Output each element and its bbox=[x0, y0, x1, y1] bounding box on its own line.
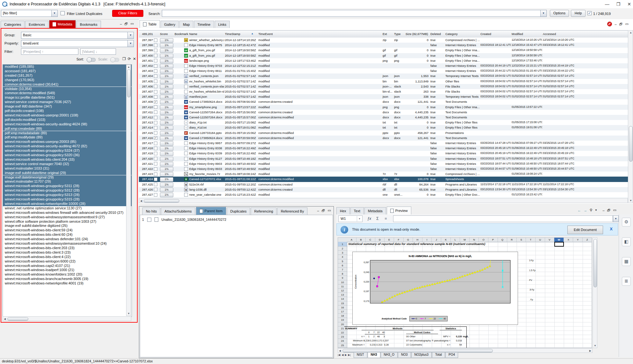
sheet-tab-nh3-o[interactable]: NH3_O bbox=[381, 353, 398, 358]
metadata-value-item[interactable]: winevt:microsoft-windows-branchcachesmb:… bbox=[3, 277, 132, 281]
table-row[interactable]: 287,4041%{}verified_contents.json2015-01… bbox=[139, 74, 628, 79]
panel-detach-icon[interactable]: 🗗 bbox=[619, 22, 623, 26]
metadata-value-item[interactable]: pdf:xmp:modifydate (89) bbox=[3, 135, 132, 140]
metadata-value-item[interactable]: winevt:service control manager:7036 (427… bbox=[3, 100, 132, 104]
metadata-value-item[interactable]: image:exif:datetimeoriginal (29) bbox=[3, 175, 132, 180]
metadata-value-item[interactable]: common:dcterms:created (30,641) bbox=[3, 82, 132, 87]
metadata-value-item[interactable]: winevt:microsoft-windows-security-auditi… bbox=[3, 122, 132, 127]
row-checkbox[interactable] bbox=[154, 157, 157, 160]
sheet-nav-2[interactable]: ▶ bbox=[345, 354, 347, 356]
metadata-value-item[interactable]: winevt:microsoft-windows-loadperf:1000 (… bbox=[3, 268, 132, 272]
row-checkbox[interactable] bbox=[154, 54, 157, 57]
table-row[interactable]: 287,4061%verified_contents.json-slack201… bbox=[139, 84, 628, 89]
table-row[interactable]: 287,4271%new_year_calendar.one2015-01-12… bbox=[139, 192, 628, 197]
metadata-value-item[interactable]: winevt:microsoft-windows-userpnp:20003 (… bbox=[3, 140, 132, 144]
sheet-column-c[interactable]: C bbox=[366, 238, 375, 242]
column-row-count[interactable]: 489,201 bbox=[140, 32, 153, 36]
metadata-value-item[interactable]: winevt:microsoft-windows-bits-client:203… bbox=[3, 246, 132, 250]
metadata-value-item[interactable]: winevt:microsoft-windows-networkprofile:… bbox=[3, 202, 132, 206]
metadata-value-item[interactable]: winevt:msiinstaller:11707 (29) bbox=[3, 179, 132, 184]
metadata-value-item[interactable]: pdf:xmp:metadatadate (89) bbox=[3, 131, 132, 136]
chevron-down-icon[interactable]: ▼ bbox=[595, 209, 597, 212]
sheet-row-10[interactable]: 10 bbox=[338, 280, 347, 284]
sheet-tab-nh3[interactable]: NH3 bbox=[368, 353, 380, 358]
sheet-row-16[interactable]: 16 bbox=[338, 305, 347, 310]
metadata-value-item[interactable]: winevt:.net runtime optimization service… bbox=[3, 206, 132, 211]
row-checkbox[interactable] bbox=[154, 147, 157, 150]
sheet-row-9[interactable]: 9 bbox=[338, 276, 347, 280]
row-checkbox[interactable] bbox=[154, 167, 157, 171]
scale-toggle[interactable] bbox=[110, 58, 119, 62]
metadata-value-item[interactable]: winevt:microsoft-windows-networkprofile:… bbox=[3, 281, 132, 286]
sheet-column-s[interactable]: S bbox=[517, 238, 526, 242]
sheet-column-x[interactable]: X bbox=[564, 238, 573, 242]
maximize-button[interactable]: ❐ bbox=[616, 2, 621, 7]
table-row[interactable]: 287,4101%PNGmy_smartphone.png2015-01-05T… bbox=[139, 105, 628, 110]
metadata-value-item[interactable]: winevt:microsoft-windows-grouppolicy:531… bbox=[3, 188, 132, 193]
row-checkbox[interactable] bbox=[154, 38, 157, 42]
column-timestamp[interactable]: TimeStamp bbox=[225, 32, 240, 36]
metadata-value-item[interactable]: winevt:microsoft-windows-userpnp:20001 (… bbox=[3, 113, 132, 118]
sheet-tab-no2plus3[interactable]: NO2plus3 bbox=[411, 353, 432, 358]
table-row[interactable]: 287,4051%01ev_hashes_whitelist.bin2015-0… bbox=[139, 79, 628, 84]
panel-maximize-icon[interactable]: ▭ bbox=[625, 22, 629, 26]
sheet-nav-1[interactable]: ◀ bbox=[342, 354, 343, 356]
search-input[interactable]: ▼ bbox=[162, 10, 547, 17]
table-row[interactable]: 287,4171%Edge History Entry 99572015-01-… bbox=[139, 141, 628, 146]
column-ext[interactable]: Ext bbox=[383, 32, 387, 36]
help-button[interactable]: Help bbox=[571, 10, 586, 17]
table-row[interactable]: 287,4021%Edge History Entry 97032014-12-… bbox=[139, 63, 628, 68]
parent-item-row[interactable]: 1 Unalloc_211630_106061824_14444470272 bbox=[142, 217, 226, 222]
sort-toggle[interactable] bbox=[87, 58, 96, 62]
sheet-column-e[interactable]: E bbox=[385, 238, 394, 242]
sheet-column-z[interactable]: Z bbox=[583, 238, 592, 242]
row-checkbox[interactable] bbox=[154, 193, 157, 197]
sheet-column-b[interactable]: B bbox=[356, 238, 366, 242]
table-row[interactable]: 287,4011%PNGlandscape.png2014-12-19T17:5… bbox=[139, 58, 628, 63]
prev-hit-icon[interactable]: ← bbox=[578, 208, 581, 212]
row-checkbox[interactable] bbox=[154, 80, 157, 83]
sheet-vscrollbar[interactable]: ▼ bbox=[593, 237, 597, 348]
sheet-row-13[interactable]: 13 bbox=[338, 293, 347, 297]
sheet-row-5[interactable]: 5 bbox=[338, 259, 347, 263]
panel-detach-icon[interactable]: 🗗 bbox=[125, 22, 128, 26]
metadata-value-item[interactable]: created (181,357) bbox=[3, 74, 132, 78]
tab-hex[interactable]: Hex bbox=[336, 207, 350, 214]
column-category[interactable]: Category bbox=[445, 32, 458, 36]
spreadsheet-preview[interactable]: ABCDEFGHIJKLMNOPQRSTUVWXYZ 1234567891011… bbox=[338, 237, 592, 348]
row-checkbox[interactable] bbox=[154, 74, 157, 78]
cell-reference-box[interactable]: W1▼ bbox=[338, 215, 363, 222]
sheet-column-n[interactable]: N bbox=[470, 238, 479, 242]
parent-item-checkbox[interactable] bbox=[147, 218, 151, 222]
table-row[interactable]: 287,3981%Edge History Entry 98752014-12-… bbox=[139, 43, 628, 48]
table-row[interactable]: 287,4111%WCarved-122507264.docx2015-01-0… bbox=[139, 110, 628, 115]
metadata-value-item[interactable]: winevt:microsoft-windows-capi2:4107 (21) bbox=[3, 264, 132, 268]
sheet-row-6[interactable]: 6 bbox=[338, 263, 347, 268]
metadata-value-item[interactable]: visitdate (10,354) bbox=[3, 87, 132, 91]
tab-parent-item[interactable]: Parent Item bbox=[196, 207, 226, 215]
sheet-row-12[interactable]: 12 bbox=[338, 289, 347, 293]
tab-evidences[interactable]: Evidences bbox=[25, 21, 48, 28]
table-row[interactable]: 287,4131%≡diary_#1p.txt2015-01-05T17:15:… bbox=[139, 120, 628, 125]
table-row[interactable]: 287,4201%Edge History Entry 91272015-01-… bbox=[139, 156, 628, 161]
metadata-value-item[interactable]: winevt:microsoft-windows-grouppolicy:531… bbox=[3, 184, 132, 188]
tab-text[interactable]: Text bbox=[350, 207, 364, 214]
metadata-value-item[interactable]: modified (189,085) bbox=[3, 65, 132, 69]
row-checkbox[interactable] bbox=[154, 105, 157, 109]
sheet-column-g[interactable]: G bbox=[404, 238, 413, 242]
sheet-column-p[interactable]: P bbox=[488, 238, 498, 242]
row-checkbox[interactable] bbox=[154, 121, 157, 124]
table-row[interactable]: 287,4141%≡diary_#1d.txt2015-01-05T19:01:… bbox=[139, 125, 628, 130]
table-row[interactable]: 287,3971%ZIPwinter_whether_advisory.zip2… bbox=[139, 38, 628, 43]
table-row[interactable]: 287,4221%Edge History Entry 89332015-01-… bbox=[139, 166, 628, 172]
row-checkbox[interactable] bbox=[154, 69, 157, 73]
table-row[interactable]: 287,3991%GIFa_gift_from_you.gif2014-12-1… bbox=[139, 48, 628, 53]
table-row[interactable]: 287,4081%{}manifest.json2015-01-02T02:57… bbox=[139, 94, 628, 99]
row-checkbox[interactable] bbox=[154, 49, 157, 52]
sheet-row-8[interactable]: 8 bbox=[338, 272, 347, 276]
metadata-value-item[interactable]: winevt:microsoft-windows-winlogon:6000 (… bbox=[3, 259, 132, 264]
options-button[interactable]: Options bbox=[550, 10, 569, 17]
table-row[interactable]: 287,4241%XCarved-127107072.xlsx2015-01-0… bbox=[139, 177, 628, 182]
metadata-value-item[interactable]: changed (170,963) bbox=[3, 78, 132, 82]
tab-table[interactable]: Table bbox=[140, 20, 160, 28]
